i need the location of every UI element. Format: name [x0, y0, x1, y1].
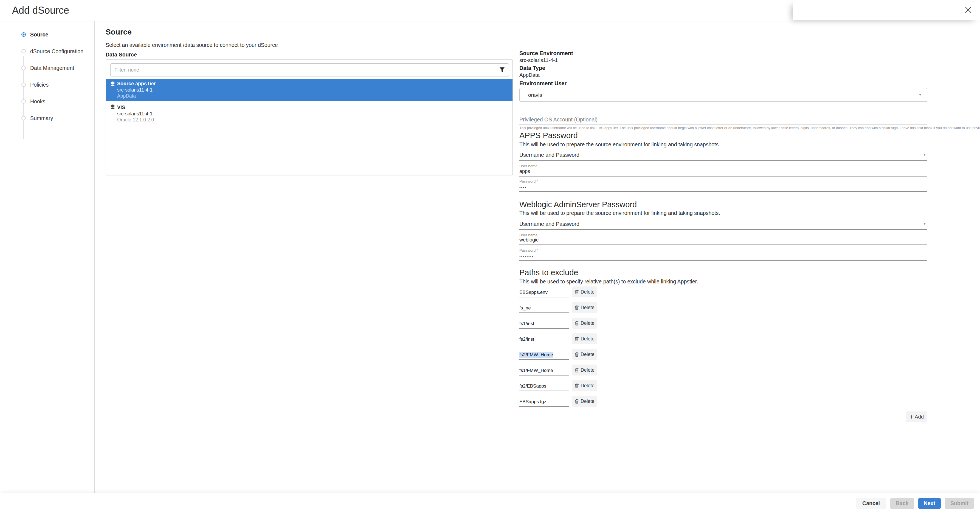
data-type-label: Data Type	[519, 65, 545, 71]
weblogic-password-description: This will be used to prepare the source …	[519, 210, 720, 216]
step-indicator-dot	[21, 82, 26, 87]
privileged-os-account-label[interactable]: Privileged OS Account (Optional)	[519, 116, 598, 123]
data-type-value: AppData	[519, 72, 540, 78]
weblogic-credential-type-select[interactable]: Username and Password ▼	[519, 219, 928, 230]
trash-icon	[575, 305, 579, 310]
environment-user-select[interactable]: oravis ▼	[519, 88, 928, 102]
path-row: EBSapps.tgz Delete	[519, 396, 602, 407]
apps-password-field[interactable]: Password * ••••	[519, 179, 928, 192]
privileged-os-account-help: This privileged unix username will be us…	[519, 126, 939, 130]
weblogic-password-field[interactable]: Password * ••••••••	[519, 248, 928, 261]
delete-path-button[interactable]: Delete	[572, 380, 597, 391]
apps-username-value: apps	[519, 168, 530, 174]
path-input[interactable]: fs2/EBSapps	[519, 381, 569, 391]
apps-username-field[interactable]: User name apps	[519, 164, 928, 176]
privileged-os-account-input[interactable]	[519, 124, 928, 124]
delete-path-button[interactable]: Delete	[572, 287, 597, 297]
paths-to-exclude-description: This will be used to specify relative pa…	[519, 279, 698, 285]
data-source-item-title: Source appsTier	[117, 81, 156, 87]
path-value: fs1/inst	[519, 321, 534, 327]
delete-path-button[interactable]: Delete	[572, 396, 597, 407]
plus-icon: +	[910, 414, 913, 420]
trash-icon	[575, 352, 579, 357]
delete-path-button[interactable]: Delete	[572, 318, 597, 329]
weblogic-password-heading: Weblogic AdminServer Password	[519, 200, 637, 209]
path-row: fs1/inst Delete	[519, 318, 602, 329]
data-source-item-title: VIS	[117, 105, 154, 111]
trash-icon	[575, 337, 579, 341]
data-source-list: Source appsTier src-solaris11-4-1 AppDat…	[106, 59, 513, 175]
path-input[interactable]: fs1/inst	[519, 318, 569, 329]
section-title-source: Source	[106, 28, 132, 36]
path-row: fs2/inst Delete	[519, 333, 602, 344]
add-path-button[interactable]: + Add	[906, 411, 928, 422]
path-value: fs2/FMW_Home	[519, 352, 553, 358]
data-source-item-source-appstier[interactable]: Source appsTier src-solaris11-4-1 AppDat…	[106, 79, 512, 101]
path-value: fs2/EBSapps	[519, 384, 546, 389]
data-source-item-environment: src-solaris11-4-1	[117, 87, 156, 93]
add-dsource-dialog: Add dSource Source dSource Configuration…	[0, 0, 980, 512]
submit-button: Submit	[945, 498, 974, 509]
header-divider	[0, 21, 980, 21]
wizard-step-source[interactable]: Source	[0, 32, 95, 41]
step-indicator-dot	[21, 116, 26, 120]
data-source-label: Data Source	[106, 52, 137, 58]
data-source-item-environment: src-solaris11-4-1	[117, 111, 154, 117]
path-row: fs2/EBSapps Delete	[519, 380, 602, 391]
apps-password-description: This will be used to prepare the source …	[519, 141, 720, 148]
wizard-step-summary[interactable]: Summary	[0, 116, 95, 124]
database-icon	[111, 81, 115, 87]
apps-credential-type-select[interactable]: Username and Password ▼	[519, 150, 928, 161]
close-icon[interactable]	[964, 5, 973, 15]
path-input[interactable]: fs2/inst	[519, 334, 569, 344]
wizard-step-data-management[interactable]: Data Management	[0, 66, 95, 74]
step-indicator-dot	[21, 99, 26, 104]
delete-path-button[interactable]: Delete	[572, 349, 597, 360]
path-value: fs2/inst	[519, 337, 534, 342]
apps-password-heading: APPS Password	[519, 131, 578, 140]
source-environment-value: src-solaris11-4-1	[519, 57, 558, 63]
path-input[interactable]: fs_ne	[519, 303, 569, 313]
footer-bar: Cancel Back Next Submit	[0, 493, 980, 512]
top-right-overlay	[793, 0, 980, 20]
path-value: EBSapps.tgz	[519, 399, 546, 404]
step-indicator-dot	[21, 32, 26, 37]
username-label: User name	[519, 164, 538, 168]
weblogic-password-masked-value: ••••••••	[519, 255, 534, 259]
wizard-step-hooks[interactable]: Hooks	[0, 99, 95, 108]
weblogic-username-value: weblogic	[519, 237, 539, 243]
cancel-button[interactable]: Cancel	[856, 498, 886, 509]
step-label: Policies	[30, 82, 49, 88]
password-label: Password *	[519, 248, 538, 252]
back-button: Back	[890, 498, 914, 509]
chevron-down-icon: ▼	[923, 153, 926, 157]
weblogic-username-field[interactable]: User name weblogic	[519, 233, 928, 245]
data-source-item-vis[interactable]: VIS src-solaris11-4-1 Oracle 12.1.0.2.0	[106, 102, 512, 125]
filter-field	[110, 63, 509, 76]
step-label: Data Management	[30, 65, 74, 71]
wizard-step-dsource-configuration[interactable]: dSource Configuration	[0, 49, 95, 57]
footer-buttons: Cancel Back Next Submit	[856, 498, 974, 509]
delete-path-button[interactable]: Delete	[572, 365, 597, 376]
path-input[interactable]: fs2/FMW_Home	[519, 349, 569, 360]
path-input[interactable]: fs1/FMW_Home	[519, 365, 569, 376]
delete-path-button[interactable]: Delete	[572, 302, 597, 313]
filter-icon[interactable]	[500, 67, 505, 74]
path-value: EBSapps.env	[519, 290, 547, 295]
path-input[interactable]: EBSapps.env	[519, 287, 569, 297]
paths-to-exclude-heading: Paths to exclude	[519, 268, 578, 277]
next-button[interactable]: Next	[918, 498, 941, 509]
step-label: Hooks	[30, 98, 45, 105]
delete-path-button[interactable]: Delete	[572, 333, 597, 344]
path-row: fs2/FMW_Home Delete	[519, 349, 602, 360]
trash-icon	[575, 290, 579, 294]
chevron-down-icon: ▼	[918, 93, 922, 97]
path-input[interactable]: EBSapps.tgz	[519, 396, 569, 407]
step-label: Summary	[30, 115, 53, 121]
path-value: fs_ne	[519, 305, 531, 311]
source-environment-label: Source Environment	[519, 50, 573, 57]
wizard-step-policies[interactable]: Policies	[0, 82, 95, 91]
username-label: User name	[519, 233, 538, 237]
filter-input[interactable]	[115, 64, 493, 76]
step-indicator-dot	[21, 66, 26, 70]
